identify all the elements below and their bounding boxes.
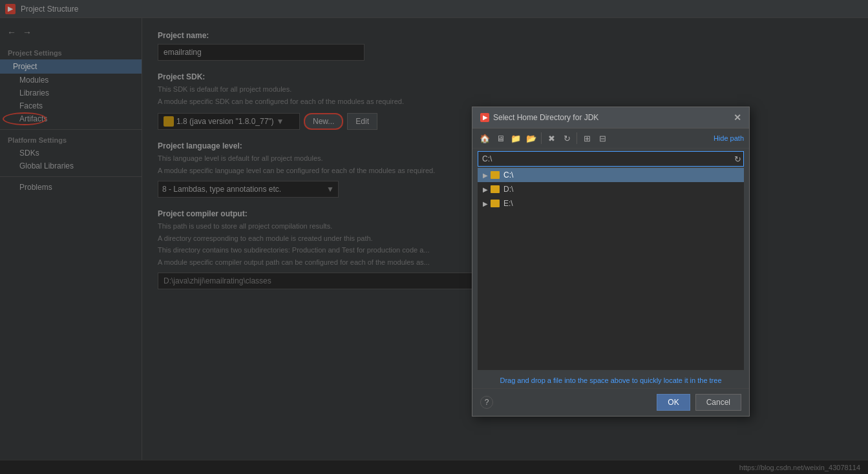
up-folder-button[interactable]: 📂 <box>524 131 538 145</box>
dialog-buttons: OK Cancel <box>657 394 741 411</box>
dialog-close-button[interactable]: ✕ <box>734 112 741 123</box>
delete-button[interactable]: ✖ <box>544 131 558 145</box>
jdk-dialog: ▶ Select Home Directory for JDK ✕ 🏠 🖥 📁 … <box>472 107 750 417</box>
refresh-button[interactable]: ↻ <box>560 131 574 145</box>
folder-button[interactable]: 📁 <box>509 131 523 145</box>
help-button[interactable]: ? <box>480 396 493 409</box>
path-refresh-icon[interactable]: ↻ <box>734 154 741 164</box>
expand-button[interactable]: ⊞ <box>580 131 594 145</box>
dialog-title-bar: ▶ Select Home Directory for JDK ✕ <box>472 107 749 129</box>
dialog-hint: Drag and drop a file into the space abov… <box>472 373 749 388</box>
hide-path-button[interactable]: Hide path <box>714 134 744 142</box>
dialog-title: ▶ Select Home Directory for JDK <box>480 113 598 122</box>
folder-icon-e <box>491 200 500 207</box>
dialog-overlay: ▶ Select Home Directory for JDK ✕ 🏠 🖥 📁 … <box>0 0 868 474</box>
path-input-container: ↻ <box>478 151 744 167</box>
tree-arrow-c: ▶ <box>483 172 488 179</box>
tree-arrow-d: ▶ <box>483 186 488 193</box>
hint-link[interactable]: quickly locate it in the tree <box>640 376 722 384</box>
tree-item-d[interactable]: ▶ D:\ <box>478 182 744 196</box>
desktop-button[interactable]: 🖥 <box>493 131 507 145</box>
toolbar-sep-1 <box>541 132 542 144</box>
home-button[interactable]: 🏠 <box>478 131 492 145</box>
ok-button[interactable]: OK <box>657 394 690 411</box>
directory-tree[interactable]: ▶ C:\ ▶ D:\ ▶ E:\ <box>478 168 744 370</box>
dialog-footer: ? OK Cancel <box>472 388 749 416</box>
collapse-button[interactable]: ⊟ <box>595 131 609 145</box>
folder-icon-d <box>491 185 500 193</box>
dialog-title-icon: ▶ <box>480 113 489 122</box>
cancel-button[interactable]: Cancel <box>695 394 741 411</box>
tree-item-c[interactable]: ▶ C:\ <box>478 168 744 182</box>
path-input[interactable] <box>478 151 744 167</box>
tree-item-e[interactable]: ▶ E:\ <box>478 196 744 211</box>
dialog-toolbar: 🏠 🖥 📁 📂 ✖ ↻ ⊞ ⊟ Hide path <box>472 129 749 149</box>
toolbar-sep-2 <box>577 132 577 144</box>
folder-icon-c <box>491 171 500 179</box>
tree-arrow-e: ▶ <box>483 200 488 207</box>
